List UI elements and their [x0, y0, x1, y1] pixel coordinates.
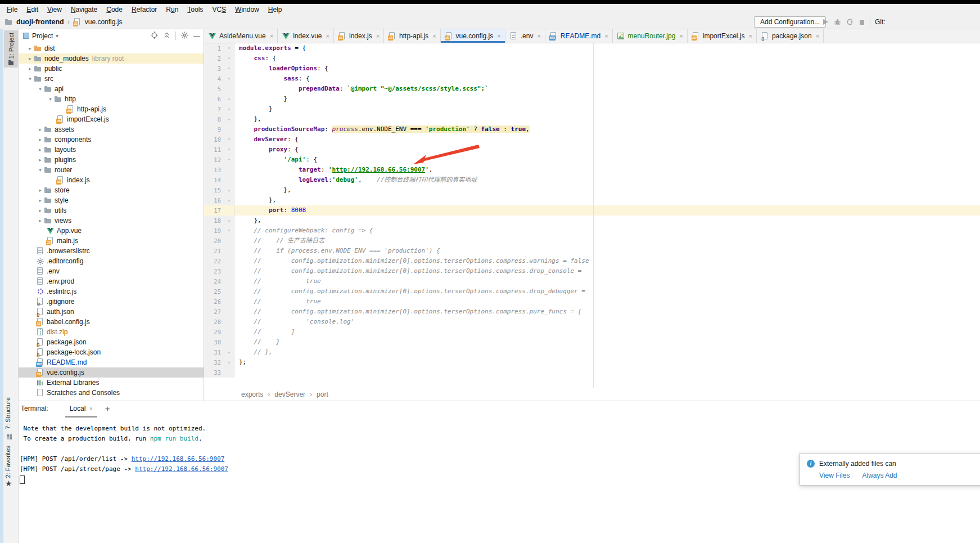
code-line-3[interactable]: 3▾ loaderOptions: { [204, 64, 980, 74]
close-icon[interactable]: × [816, 33, 819, 39]
code-line-2[interactable]: 2▾ css: { [204, 53, 980, 64]
chevron-collapsed-icon[interactable]: ▸ [37, 147, 44, 152]
code-line-15[interactable]: 15▴ }, [204, 185, 980, 195]
tree-item-store[interactable]: ▸store [19, 185, 204, 195]
tree-item-browserslistrc[interactable]: .browserslistrc [19, 246, 204, 256]
code-line-10[interactable]: 10▾ devServer: { [204, 134, 980, 145]
tree-item-scratches-and-consoles[interactable]: Scratches and Consoles [19, 388, 204, 398]
editor-tab-env[interactable]: .env× [505, 29, 545, 43]
menu-code[interactable]: Code [102, 4, 127, 15]
fold-marker[interactable]: ▴ [224, 114, 234, 124]
tree-item-router[interactable]: ▾router [19, 165, 204, 175]
view-files-link[interactable]: View Files [819, 472, 850, 479]
chevron-collapsed-icon[interactable]: ▸ [37, 157, 44, 163]
chevron-collapsed-icon[interactable]: ▸ [37, 187, 44, 193]
terminal-output[interactable]: Note that the development build is not o… [20, 424, 228, 484]
code-line-7[interactable]: 7▴ } [204, 104, 980, 114]
code-line-33[interactable]: 33 [204, 367, 980, 378]
code-line-21[interactable]: 21 // if (process.env.NODE_ENV === 'prod… [204, 246, 980, 256]
add-configuration-button[interactable]: Add Configuration... [754, 16, 826, 28]
tree-item-package-json[interactable]: {}package.json [19, 337, 204, 347]
close-icon[interactable]: × [679, 33, 683, 39]
close-icon[interactable]: × [604, 33, 608, 39]
tree-item-dist-zip[interactable]: dist.zip [19, 327, 204, 337]
code-line-6[interactable]: 6▴ } [204, 94, 980, 104]
tree-item-eslintrc-js[interactable]: .eslintrc.js [19, 286, 204, 297]
editor-tab-index-js[interactable]: JSindex.js× [334, 29, 384, 43]
tree-item-components[interactable]: ▸components [19, 134, 204, 145]
menu-help[interactable]: Help [264, 4, 287, 15]
code-line-20[interactable]: 20 // // 生产去除日志 [204, 236, 980, 246]
tree-item-plugins[interactable]: ▸plugins [19, 155, 204, 165]
close-icon[interactable]: × [537, 33, 540, 39]
fold-marker[interactable]: ▴ [224, 357, 234, 367]
project-panel-title[interactable]: Project [32, 32, 53, 40]
code-line-18[interactable]: 18▴ }, [204, 216, 980, 226]
tree-item-http-api-js[interactable]: JShttp-api.js [19, 104, 204, 114]
close-icon[interactable]: × [326, 33, 329, 39]
tree-item-node-modules[interactable]: ▸node_moduleslibrary root [19, 53, 204, 64]
tree-item-package-lock-json[interactable]: {}package-lock.json [19, 347, 204, 357]
chevron-collapsed-icon[interactable]: ▸ [37, 218, 44, 223]
tree-item-app-vue[interactable]: App.vue [19, 226, 204, 236]
tree-item-babel-config-js[interactable]: JSbabel.config.js [19, 317, 204, 327]
code-line-23[interactable]: 23 // config.optimization.minimizer[0].o… [204, 266, 980, 276]
fold-marker[interactable]: ▾ [224, 64, 234, 74]
menu-tools[interactable]: Tools [183, 4, 207, 15]
chevron-collapsed-icon[interactable]: ▸ [37, 127, 44, 132]
fold-marker[interactable]: ▴ [224, 347, 234, 357]
stop-icon[interactable] [859, 17, 865, 28]
menu-refactor[interactable]: Refactor [127, 4, 161, 15]
tree-item-vue-config-js[interactable]: JSvue.config.js [19, 367, 204, 378]
terminal-link[interactable]: http://192.168.66.56:9007 [135, 465, 228, 473]
fold-marker[interactable]: ▾ [224, 43, 234, 53]
code-line-32[interactable]: 32▴}; [204, 357, 980, 367]
breadcrumb-devserver[interactable]: devServer [274, 391, 305, 398]
code-line-25[interactable]: 25 // config.optimization.minimizer[0].o… [204, 286, 980, 297]
code-line-16[interactable]: 16▴ }, [204, 195, 980, 205]
tree-item-env[interactable]: .env [19, 266, 204, 276]
fold-marker[interactable]: ▾ [224, 226, 234, 236]
tree-item-index-js[interactable]: JSindex.js [19, 175, 204, 185]
editor-tab-readme-md[interactable]: MDREADME.md× [545, 29, 613, 43]
terminal-link[interactable]: http://192.168.66.56:9007 [132, 455, 225, 463]
tree-item-gitignore[interactable]: ⊘.gitignore [19, 297, 204, 307]
chevron-down-icon[interactable] [56, 33, 58, 39]
favorites-star-icon[interactable] [5, 479, 12, 488]
tree-item-layouts[interactable]: ▸layouts [19, 145, 204, 155]
hide-panel-icon[interactable]: — [193, 33, 200, 39]
code-line-5[interactable]: 5 prependData: `@import "~@/assets/scss/… [204, 84, 980, 94]
menu-vcs[interactable]: VCS [207, 4, 231, 15]
breadcrumb-port[interactable]: port [317, 391, 328, 398]
tree-item-external-libraries[interactable]: External Libraries [19, 378, 204, 388]
code-line-9[interactable]: 9 productionSourceMap: process.env.NODE_… [204, 124, 980, 134]
code-line-22[interactable]: 22 // config.optimization.minimizer[0].o… [204, 256, 980, 266]
run-icon[interactable] [822, 17, 829, 28]
code-editor[interactable]: 1▾module.exports = {2▾ css: {3▾ loaderOp… [204, 43, 980, 388]
tree-item-auth-json[interactable]: {}auth.json [19, 307, 204, 317]
chevron-expanded-icon[interactable]: ▾ [37, 167, 44, 173]
editor-tab-vue-config-js[interactable]: JSvue.config.js× [441, 29, 505, 43]
breadcrumb-file[interactable]: vue.config.js [85, 18, 123, 26]
code-line-30[interactable]: 30 // } [204, 337, 980, 347]
locate-file-icon[interactable] [151, 32, 158, 41]
fold-marker[interactable]: ▴ [224, 216, 234, 226]
close-icon[interactable]: × [270, 33, 273, 39]
code-line-11[interactable]: 11▾ proxy: { [204, 145, 980, 155]
tree-item-src[interactable]: ▾src [19, 74, 204, 84]
close-icon[interactable]: × [376, 33, 380, 39]
chevron-collapsed-icon[interactable]: ▸ [26, 56, 34, 61]
menu-window[interactable]: Window [231, 4, 264, 15]
tree-item-env-prod[interactable]: .env.prod [19, 276, 204, 286]
toolwindow-tab-structure[interactable]: 7: Structure [4, 394, 11, 432]
tree-item-style[interactable]: ▸style [19, 195, 204, 205]
chevron-collapsed-icon[interactable]: ▸ [37, 137, 44, 142]
collapse-all-icon[interactable] [163, 32, 170, 41]
tree-item-readme-md[interactable]: MDREADME.md [19, 357, 204, 367]
code-line-17[interactable]: 17 port: 8008 [204, 205, 980, 216]
editor-tab-importexcel-js[interactable]: JSimportExcel.js× [688, 29, 757, 43]
code-line-29[interactable]: 29 // ] [204, 327, 980, 337]
tree-item-views[interactable]: ▸views [19, 216, 204, 226]
build-icon[interactable] [7, 434, 12, 439]
toolwindow-tab-favorites[interactable]: 2: Favorites [4, 443, 11, 481]
